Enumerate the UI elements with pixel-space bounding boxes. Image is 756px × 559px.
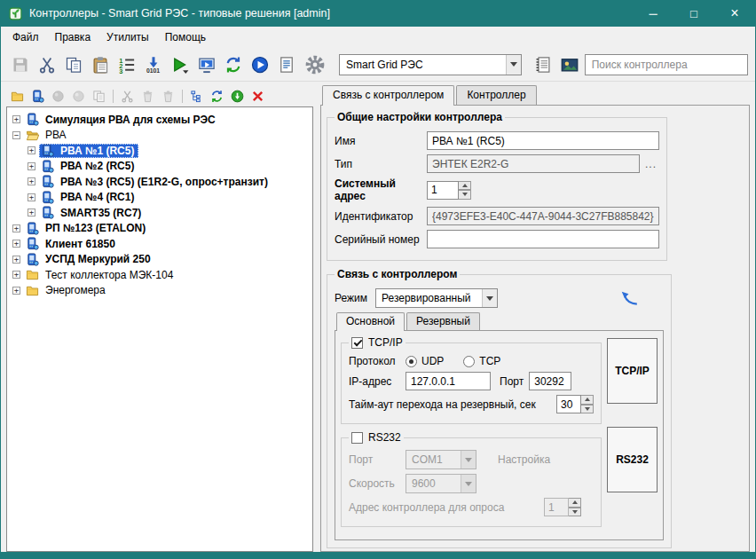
search-input[interactable]: [585, 54, 748, 75]
tree-item[interactable]: +Симуляция РВА для схемы РЭС: [7, 112, 312, 128]
ip-input[interactable]: [406, 372, 491, 390]
settings-button[interactable]: [301, 52, 329, 77]
port-input[interactable]: [529, 372, 571, 390]
expand-icon[interactable]: +: [28, 209, 35, 217]
profile-select-value: Smart Grid РЭС: [346, 59, 423, 71]
tree-item[interactable]: +РВА №2 (RC5): [7, 159, 312, 175]
tree-item[interactable]: +SMART35 (RC7): [7, 205, 312, 221]
controller-icon: [41, 206, 54, 219]
tree-item[interactable]: +Клиент 61850: [7, 236, 312, 252]
expand-icon[interactable]: +: [28, 162, 35, 170]
collapse-icon[interactable]: −: [12, 131, 20, 139]
start-poll-button[interactable]: [248, 52, 272, 77]
menu-help[interactable]: Помощь: [157, 28, 214, 46]
tcpip-side-button[interactable]: TCP/IP: [607, 338, 658, 404]
channel-tabs: Основной Резервный: [335, 312, 664, 330]
journal-button[interactable]: [532, 52, 555, 77]
tree-structure-button[interactable]: [187, 87, 206, 106]
tcpip-checkbox[interactable]: [351, 337, 363, 349]
tab-primary[interactable]: Основной: [336, 312, 405, 331]
menu-file[interactable]: Файл: [4, 28, 47, 46]
numbered-list-button[interactable]: 123: [114, 52, 138, 77]
menu-utilities[interactable]: Утилиты: [98, 28, 157, 46]
expand-icon[interactable]: +: [12, 115, 20, 123]
tree-item[interactable]: −РВА: [7, 128, 312, 144]
cut-button[interactable]: [35, 52, 59, 77]
udp-radio[interactable]: [406, 356, 417, 367]
type-input: [427, 154, 640, 173]
expand-icon[interactable]: +: [28, 177, 35, 185]
run-button[interactable]: [168, 52, 192, 77]
copy-button[interactable]: [61, 52, 85, 77]
expand-icon[interactable]: +: [12, 287, 20, 295]
serial-input[interactable]: [427, 230, 659, 248]
timeout-spinner[interactable]: 30: [556, 395, 594, 413]
add-controller-icon: [31, 90, 44, 103]
rs232-checkbox[interactable]: [351, 432, 363, 444]
tree-item-label: РВА №1 (RC5): [58, 144, 137, 158]
mode-select[interactable]: Резервированный: [375, 288, 498, 308]
tree-item-content[interactable]: РВА №1 (RC5): [39, 144, 138, 158]
sync-button[interactable]: [221, 52, 245, 77]
expand-icon[interactable]: +: [12, 224, 20, 232]
tree-item[interactable]: +РВА №3 (RC5) (E1R2-G, опрос+транзит): [7, 174, 312, 190]
tree-item-content[interactable]: РВА №4 (RC1): [39, 190, 138, 204]
spin-up-icon[interactable]: [581, 395, 594, 405]
snapshot-button[interactable]: [558, 52, 582, 77]
tree-item-content[interactable]: Энергомера: [24, 283, 110, 297]
spin-up-icon[interactable]: [459, 181, 471, 191]
tree-item-content[interactable]: РВА №2 (RC5): [39, 159, 138, 173]
tab-controller[interactable]: Контроллер: [456, 85, 536, 105]
chevron-down-icon[interactable]: [482, 289, 497, 307]
spin-down-icon[interactable]: [581, 405, 594, 414]
add-folder-button[interactable]: [8, 87, 27, 106]
tree-item-content[interactable]: РВА: [24, 128, 71, 142]
move-down-button[interactable]: [228, 87, 247, 106]
minimize-button[interactable]: ─: [633, 0, 673, 27]
tree-item-content[interactable]: РП №123 (ETALON): [24, 221, 150, 235]
name-input[interactable]: [427, 131, 659, 150]
type-more-button[interactable]: ...: [640, 156, 659, 172]
tree-item[interactable]: +Тест коллектора МЭК-104: [7, 267, 312, 283]
chevron-down-icon: [461, 475, 476, 492]
spin-down-icon[interactable]: [459, 190, 471, 200]
tab-reserve[interactable]: Резервный: [406, 312, 480, 330]
load-binary-button[interactable]: 0101: [141, 52, 165, 77]
tree-item-content[interactable]: Клиент 61850: [24, 237, 120, 251]
export-button[interactable]: [194, 52, 218, 77]
expand-icon[interactable]: +: [12, 271, 20, 279]
tree-item-content[interactable]: Симуляция РВА для схемы РЭС: [24, 113, 220, 127]
expand-icon[interactable]: +: [28, 193, 35, 201]
tcp-radio[interactable]: [463, 356, 475, 367]
report-button[interactable]: [274, 52, 298, 77]
remove-button[interactable]: [248, 87, 267, 106]
tree-item[interactable]: +РП №123 (ETALON): [7, 221, 312, 237]
paste-button[interactable]: [88, 52, 112, 77]
controller-icon: [41, 175, 54, 188]
tree-item[interactable]: +Энергомера: [7, 283, 312, 299]
rs232-side-button[interactable]: RS232: [607, 427, 658, 492]
tree-item-content[interactable]: Тест коллектора МЭК-104: [24, 268, 177, 282]
refresh-tree-button[interactable]: [208, 87, 226, 106]
ip-label: IP-адрес: [349, 375, 406, 388]
expand-icon[interactable]: +: [12, 240, 20, 248]
expand-icon[interactable]: +: [12, 256, 20, 264]
chevron-down-icon[interactable]: [506, 55, 521, 75]
add-controller-button[interactable]: [28, 87, 47, 106]
tree-item-content[interactable]: РВА №3 (RC5) (E1R2-G, опрос+транзит): [39, 175, 272, 189]
expand-icon[interactable]: +: [28, 146, 35, 154]
export-icon: [198, 56, 216, 74]
tree-item-content[interactable]: SMART35 (RC7): [39, 206, 146, 220]
maximize-button[interactable]: □: [673, 0, 714, 27]
tree-item[interactable]: +РВА №4 (RC1): [7, 190, 312, 206]
tree-item[interactable]: +РВА №1 (RC5): [7, 143, 312, 159]
tree-item[interactable]: +УСПД Меркурий 250: [7, 252, 312, 268]
system-address-spinner[interactable]: 1: [427, 181, 471, 200]
speed-select: 9600: [406, 474, 476, 493]
menu-edit[interactable]: Правка: [47, 28, 99, 46]
close-button[interactable]: ×: [714, 0, 755, 27]
tree-item-content[interactable]: УСПД Меркурий 250: [24, 252, 155, 266]
profile-select[interactable]: Smart Grid РЭС: [339, 54, 522, 75]
rs232-settings-button: Настройка: [498, 453, 550, 466]
tab-link[interactable]: Связь с контроллером: [322, 85, 454, 106]
